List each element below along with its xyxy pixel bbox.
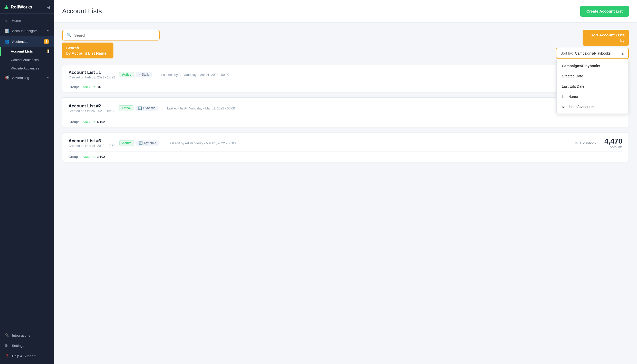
sidebar-item-help-support[interactable]: ❓ Help & Support — [0, 351, 54, 361]
sitemap-icon-2: 🗂 — [574, 141, 578, 145]
type-badge-3: 🔄 Dynamic — [136, 140, 159, 146]
account-list-card-2: Account List #2 Created on Oct 26, 2021 … — [62, 97, 629, 127]
card-title-group-1: Account List #1 Created on Feb 03, 2021 … — [69, 70, 115, 79]
sort-tooltip: Sort Account Lists by — [583, 30, 629, 46]
sort-section: Sort Account Lists by Sort by: Campaigns… — [556, 30, 629, 59]
audiences-icon: 👥 — [5, 39, 9, 44]
sort-select-button[interactable]: Sort by: Campaigns/Playbooks ▲ — [556, 48, 628, 58]
card-footer-3: Groups: A&B Fit 3,102 — [62, 152, 629, 162]
sidebar-nav: ⌂ Home 📊 Account Insights ▼ 👥 Audiences … — [0, 14, 54, 328]
logo-icon — [4, 5, 9, 9]
type-badge-2: 🔄 Dynamic — [136, 106, 158, 111]
groups-count-2: 4,102 — [97, 120, 105, 124]
card-tags-3: Active 🔄 Dynamic — [119, 140, 159, 146]
integrations-icon: 🔌 — [5, 333, 9, 338]
card-right-3: 🗂 1 Playbook 4,470 Accounts — [574, 137, 622, 149]
sidebar-bottom: 🔌 Integrations ⚙ Settings ❓ Help & Suppo… — [0, 328, 54, 364]
chevron-down-icon: ▼ — [46, 29, 49, 32]
accounts-label-3: Accounts — [604, 145, 622, 149]
type-badge-1: ≡ Static — [136, 72, 152, 77]
sidebar-item-account-insights[interactable]: 📊 Account Insights ▼ — [0, 26, 54, 36]
settings-icon: ⚙ — [5, 343, 9, 348]
audiences-badge: 1 — [44, 39, 49, 44]
account-list-lastedit-1: Last edit by Art Vandelay - Mar 01, 2022… — [161, 73, 229, 77]
logo[interactable]: RollWorks — [4, 5, 32, 10]
card-header-1: Account List #1 Created on Feb 03, 2021 … — [62, 65, 629, 82]
campaigns-info-3: 🗂 1 Playbook — [574, 141, 596, 145]
sidebar-item-settings[interactable]: ⚙ Settings — [0, 340, 54, 351]
sidebar-item-label: Settings — [12, 344, 24, 348]
search-section: 🔍 Search by Account List Name — [62, 30, 160, 58]
search-tooltip-title: Search — [66, 46, 79, 50]
account-list-title-2: Account List #2 — [69, 104, 114, 109]
search-tooltip: Search by Account List Name — [62, 43, 113, 58]
sidebar-sub-item-label: Website Audiences — [11, 66, 39, 70]
accounts-count-3: 4,470 — [604, 137, 622, 145]
sidebar-item-website-audiences[interactable]: Website Audiences — [0, 64, 54, 73]
account-lists-badge: 2 — [47, 49, 49, 53]
sidebar-item-label: Account Insights — [12, 29, 37, 33]
sort-wrapper: Sort by: Campaigns/Playbooks ▲ Campaigns… — [556, 48, 629, 59]
logo-label: RollWorks — [11, 5, 32, 10]
account-list-card-3: Account List #3 Created on Dec 01, 2020 … — [62, 132, 629, 162]
sidebar-item-label: Help & Support — [12, 354, 36, 358]
account-list-card-1: Account List #1 Created on Feb 03, 2021 … — [62, 65, 629, 92]
sidebar-item-integrations[interactable]: 🔌 Integrations — [0, 330, 54, 340]
chevron-down-icon: ▼ — [46, 76, 49, 79]
search-input[interactable] — [74, 33, 155, 37]
sidebar-item-audiences[interactable]: 👥 Audiences 1 — [0, 36, 54, 47]
groups-count-3: 3,102 — [97, 155, 105, 159]
groups-name-2: A&B Fit — [82, 120, 95, 124]
sidebar-item-label: Advertising — [12, 76, 29, 80]
controls-row: 🔍 Search by Account List Name Sort Accou… — [62, 30, 629, 59]
account-list-created-2: Created on Oct 26, 2021 - 15:12 — [69, 109, 114, 113]
groups-name-3: A&B Fit — [82, 155, 95, 159]
sidebar-logo: RollWorks ◀ — [0, 0, 54, 14]
sort-option-last-edit-date[interactable]: Last Edit Date — [557, 81, 628, 92]
card-header-2: Account List #2 Created on Oct 26, 2021 … — [62, 98, 629, 117]
search-tooltip-desc: by Account List Name — [66, 51, 107, 55]
chart-icon: 📊 — [5, 28, 9, 33]
sidebar-item-label: Audiences — [12, 40, 28, 44]
sort-option-list-name[interactable]: List Name — [557, 92, 628, 102]
sidebar-sub-item-label: Account Lists — [11, 49, 33, 53]
page-title: Account Lists — [62, 7, 102, 15]
search-wrapper: 🔍 — [62, 30, 160, 41]
sort-option-number-of-accounts[interactable]: Number of Accounts — [557, 102, 628, 112]
status-badge-1: Active — [119, 72, 134, 77]
main-body: 🔍 Search by Account List Name Sort Accou… — [54, 23, 637, 364]
card-header-3: Account List #3 Created on Dec 01, 2020 … — [62, 133, 629, 151]
sort-option-campaigns-playbooks[interactable]: Campaigns/Playbooks — [557, 61, 628, 71]
campaigns-label-3: 1 Playbook — [580, 141, 596, 145]
sort-option-created-date[interactable]: Created Date — [557, 71, 628, 81]
account-list-lastedit-2: Last edit by Art Vandelay - Mar 01, 2022… — [167, 107, 235, 110]
sync-icon: 🔄 — [138, 106, 142, 110]
sidebar-item-contact-audiences[interactable]: Contact Audiences — [0, 56, 54, 64]
main-content: Account Lists Create Account List 🔍 Sear… — [54, 0, 637, 364]
groups-name-1: A&B Fit — [82, 85, 95, 89]
advertising-icon: 📢 — [5, 75, 9, 80]
create-account-list-button[interactable]: Create Account List — [580, 6, 629, 17]
sidebar-item-home[interactable]: ⌂ Home — [0, 16, 54, 26]
home-icon: ⌂ — [5, 18, 9, 23]
help-icon: ❓ — [5, 353, 9, 358]
groups-label-2: Groups: — [69, 120, 80, 124]
sidebar-item-account-lists[interactable]: Account Lists 2 — [0, 47, 54, 56]
status-badge-2: Active — [119, 105, 133, 111]
sort-current-value: Campaigns/Playbooks — [575, 51, 619, 55]
sidebar-item-label: Home — [12, 19, 21, 23]
sidebar-item-label: Integrations — [12, 333, 30, 337]
account-list-title-3: Account List #3 — [69, 138, 115, 144]
card-tags-2: Active 🔄 Dynamic — [119, 105, 158, 111]
sidebar-item-advertising[interactable]: 📢 Advertising ▼ — [0, 73, 54, 83]
account-list-created-3: Created on Dec 01, 2020 - 17:52 — [69, 144, 115, 148]
account-list-created-1: Created on Feb 03, 2021 - 13:22 — [69, 76, 115, 79]
card-tags-1: Active ≡ Static — [119, 72, 152, 77]
card-title-group-3: Account List #3 Created on Dec 01, 2020 … — [69, 138, 115, 148]
sidebar-sub-item-label: Contact Audiences — [11, 58, 38, 62]
status-badge-3: Active — [119, 140, 134, 146]
sidebar-collapse-button[interactable]: ◀ — [47, 5, 50, 10]
card-footer-1: Groups: A&B Fit 340 — [62, 82, 629, 92]
groups-count-1: 340 — [97, 85, 102, 89]
sort-dropdown: Campaigns/Playbooks Created Date Last Ed… — [556, 59, 628, 114]
